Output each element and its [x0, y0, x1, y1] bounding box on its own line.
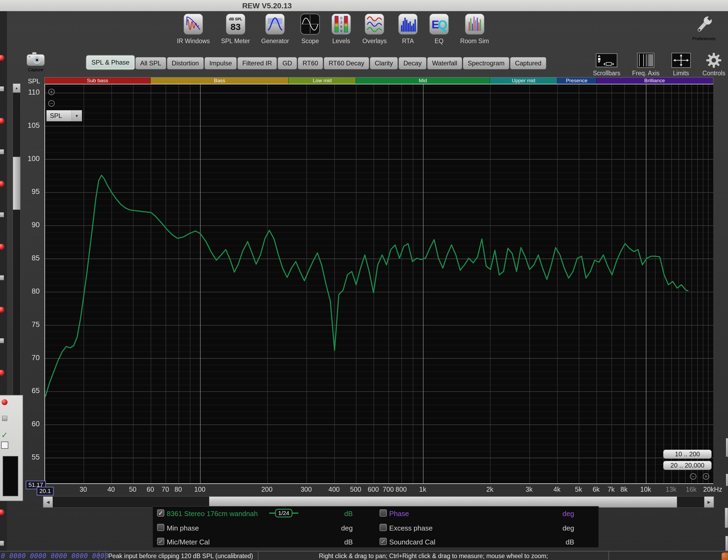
tab-rt60-decay[interactable]: RT60 Decay [324, 57, 369, 69]
toolbar-button-spl-meter[interactable]: dB SPL 83 SPL Meter [221, 13, 250, 45]
toolbar-button-levels[interactable]: 0 3 6 9 Levels [331, 13, 351, 45]
tab-spl-phase[interactable]: SPL & Phase [86, 55, 135, 69]
legend-row: ✓ Mic/Meter Cal dB ✓ Soundcard Cal dB [153, 537, 599, 548]
record-led-icon [0, 307, 4, 313]
legend-checkbox-left-0[interactable]: ✓ [157, 509, 164, 517]
capture-button[interactable]: Capture [24, 51, 48, 72]
sample-counters: 0 0000 0000 0000 0000 0000 [1, 552, 109, 560]
view-button-label: Scrollbars [593, 70, 620, 77]
smoothing-control[interactable]: 1/24 [269, 509, 298, 517]
legend-row: ✓ 8361 Stereo 176cm wandnah dB Phase deg… [153, 509, 599, 520]
frequency-band-bar: Sub bassBassLow midMidUpper midPresenceB… [44, 77, 713, 84]
legend-label: 8361 Stereo 176cm wandnah [167, 510, 258, 518]
toolbar-button-label: RTA [402, 38, 414, 45]
toolbar-button-room-sim[interactable]: Room Sim [460, 13, 489, 45]
chevron-down-icon: ▼ [72, 110, 82, 121]
y-axis-unit-value: SPL [47, 110, 72, 121]
vertical-scroll-thumb[interactable] [13, 157, 20, 210]
spl-graph[interactable]: + − SPL ▼ 10 .. 200 20 .. 20,000 − + [44, 84, 713, 484]
tab-clarity[interactable]: Clarity [370, 57, 398, 69]
gray-button-icon [0, 86, 4, 91]
tab-waterfall[interactable]: Waterfall [427, 57, 462, 69]
view-toolbar: Scrollbars Freq. Axis Limits Controls [593, 53, 725, 77]
legend-checkbox-right-0[interactable] [380, 509, 387, 517]
toolbar-button-label: IR Windows [177, 38, 210, 45]
x-tick-label: 2k [474, 485, 506, 493]
title-bar: REW V5.20.13 [0, 0, 728, 11]
scroll-left-icon[interactable]: ◀ [43, 496, 53, 507]
check-icon: ✓ [1, 430, 8, 440]
band-bass: Bass [151, 77, 289, 84]
gray-button-icon [0, 149, 4, 154]
record-led-icon [0, 244, 4, 250]
overlays-icon [365, 13, 384, 36]
svg-text:Q: Q [438, 18, 447, 32]
tab-spectrogram[interactable]: Spectrogram [463, 57, 509, 69]
smoothing-line [269, 513, 275, 514]
controls-icon [706, 53, 722, 68]
tab-captured[interactable]: Captured [510, 57, 546, 69]
freq-axis-icon [637, 53, 654, 68]
background-window-corner [722, 552, 728, 560]
scroll-up-icon[interactable]: ▲ [13, 84, 20, 93]
legend-unit: deg [553, 510, 574, 518]
trace-legend-panel: ✓ 8361 Stereo 176cm wandnah dB Phase deg… [152, 506, 599, 548]
view-button-scrollbars[interactable]: Scrollbars [593, 53, 620, 77]
view-button-limits[interactable]: Limits [671, 53, 691, 77]
toolbar-button-label: Levels [332, 38, 350, 45]
svg-text:83: 83 [231, 22, 241, 32]
x-zoom-in-icon[interactable]: + [703, 473, 709, 480]
legend-checkbox-left-1[interactable] [157, 524, 164, 531]
x-tick-label: 20kHz [697, 485, 728, 493]
y-axis-unit-select[interactable]: SPL ▼ [46, 110, 82, 121]
tab-gd[interactable]: GD [278, 57, 297, 69]
tab-distortion[interactable]: Distortion [167, 57, 204, 69]
scroll-right-icon[interactable]: ▶ [704, 496, 714, 507]
range-10-200-button[interactable]: 10 .. 200 [663, 450, 712, 459]
scrollbars-icon [596, 53, 617, 68]
y-zoom-in-icon[interactable]: + [48, 89, 55, 95]
smoothing-value: 1/24 [275, 509, 292, 517]
status-divider [608, 551, 609, 560]
toolbar-button-eq[interactable]: E Q EQ [429, 13, 449, 45]
tab-impulse[interactable]: Impulse [205, 57, 237, 69]
background-fragment [725, 508, 728, 528]
legend-checkbox-left-2[interactable]: ✓ [157, 538, 164, 545]
status-divider [99, 551, 99, 560]
horizontal-scroll-thumb[interactable] [209, 496, 677, 507]
range-20-20000-button[interactable]: 20 .. 20,000 [663, 461, 712, 470]
background-measurement-panel: ✓ [0, 395, 23, 501]
record-led-icon [0, 118, 4, 124]
toolbar-button-rta[interactable]: RTA [398, 13, 418, 45]
window-title: REW V5.20.13 [242, 2, 292, 10]
gray-button-icon [0, 212, 4, 217]
toolbar-button-ir-windows[interactable]: IR Windows [177, 13, 210, 45]
view-button-freq-axis[interactable]: Freq. Axis [632, 53, 659, 77]
legend-label: Min phase [167, 524, 199, 532]
view-button-label: Freq. Axis [632, 70, 659, 77]
toolbar-button-generator[interactable]: Generator [261, 13, 289, 45]
x-tick-label: 300 [290, 485, 322, 493]
toolbar-button-scope[interactable]: Scope [300, 13, 320, 45]
legend-unit: dB [553, 538, 574, 546]
peak-input-status: Peak input before clipping 120 dB SPL (u… [108, 552, 253, 560]
gray-button-icon [2, 416, 7, 421]
background-fragment [725, 536, 728, 551]
legend-checkbox-right-1[interactable] [380, 524, 387, 531]
x-axis-min-badge[interactable]: 20.1 [37, 487, 54, 495]
status-bar: 0 0000 0000 0000 0000 0000 Peak input be… [0, 551, 728, 560]
y-zoom-out-icon[interactable]: − [48, 100, 55, 107]
toolbar-button-label: Scope [301, 38, 319, 45]
tab-rt60[interactable]: RT60 [298, 57, 323, 69]
preferences-button[interactable]: Preferences [682, 14, 725, 41]
legend-unit: deg [331, 524, 353, 532]
tab-all-spl[interactable]: All SPL [135, 57, 166, 69]
tab-decay[interactable]: Decay [399, 57, 426, 69]
toolbar-button-overlays[interactable]: Overlays [362, 13, 387, 45]
x-zoom-out-icon[interactable]: − [690, 473, 696, 480]
legend-checkbox-right-2[interactable]: ✓ [380, 538, 387, 545]
view-button-controls[interactable]: Controls [703, 53, 726, 77]
capture-label: Capture [28, 68, 43, 72]
x-tick-label: 100 [184, 485, 216, 493]
tab-filtered-ir[interactable]: Filtered IR [237, 57, 277, 69]
